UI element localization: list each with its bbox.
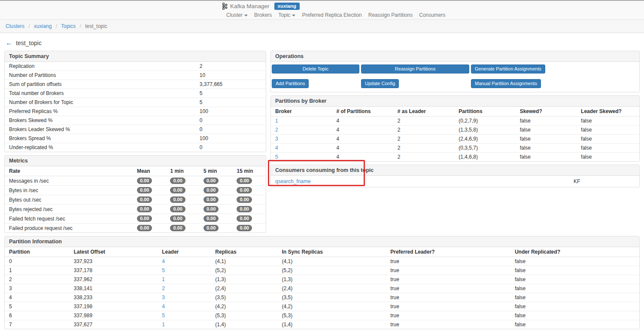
broker-num-partitions: 4 (332, 135, 393, 144)
broker-link[interactable]: 5 (275, 154, 278, 160)
leader-link[interactable]: 5 (162, 267, 165, 273)
broker-partitions: (1,4,6,8) (454, 153, 515, 162)
under-replicated: false (510, 284, 639, 293)
broker-skewed: false (516, 116, 577, 126)
metrics-column-header: 15 min (232, 166, 266, 176)
delete-topic-button[interactable]: Delete Topic (272, 64, 359, 74)
replicas: (5,3) (211, 311, 277, 320)
leader-link[interactable]: 3 (162, 294, 165, 300)
metrics-column-header: Mean (133, 166, 166, 176)
table-row: Number of Brokers for Topic 5 (5, 98, 266, 107)
table-row: qsearch_fname KF (271, 176, 639, 187)
metric-15min-badge: 0.00 (237, 196, 252, 203)
nav-preferred-replica-election[interactable]: Preferred Replica Election (302, 12, 361, 18)
table-row: Failed produce request /sec 0.00 0.00 0.… (5, 224, 266, 233)
in-sync-replicas: (4,1) (278, 257, 386, 266)
reassign-partitions-button[interactable]: Reassign Partitions (361, 64, 469, 74)
breadcrumb-topics[interactable]: Topics (61, 23, 76, 29)
caret-down-icon (244, 15, 248, 16)
metric-1min-badge: 0.00 (170, 206, 185, 212)
broker-num-partitions: 4 (332, 153, 393, 162)
leader-link[interactable]: 5 (162, 313, 165, 319)
in-sync-replicas: (5,3) (278, 311, 386, 320)
metric-label: Bytes in /sec (5, 186, 133, 195)
table-row: 1 337,178 5 (5,2) (5,2) true false (5, 266, 639, 275)
table-row: 5 337,198 4 (4,2) (4,2) true false (5, 302, 639, 311)
broker-skewed: false (516, 126, 577, 135)
broker-leader-skewed: false (577, 153, 639, 162)
table-row: Preferred Replicas % 100 (5, 107, 266, 116)
table-row: 0 337,923 4 (4,1) (4,1) true false (5, 257, 639, 266)
broker-as-leader: 2 (393, 135, 454, 144)
broker-column-header: Leader Skewed? (577, 107, 639, 116)
partition-id: 0 (5, 257, 70, 266)
nav-cluster[interactable]: Cluster (226, 12, 248, 18)
broker-leader-skewed: false (577, 144, 639, 153)
replicas: (4,2) (211, 302, 277, 311)
table-row: 5 4 2 (1,4,6,8) false false (271, 153, 639, 162)
metric-label: Bytes out /sec (5, 195, 133, 205)
leader-link[interactable]: 4 (162, 258, 165, 264)
under-replicated: false (510, 266, 639, 275)
broker-link[interactable]: 1 (275, 118, 278, 124)
summary-label: Brokers Spread % (5, 134, 195, 143)
table-row: Failed fetch request /sec 0.00 0.00 0.00… (5, 214, 266, 224)
consumer-link[interactable]: qsearch_fname (275, 178, 311, 184)
summary-value: 5 (195, 89, 266, 98)
broker-link[interactable]: 2 (275, 127, 278, 133)
partition-column-header: Partition (5, 247, 70, 257)
update-config-button[interactable]: Update Config (361, 79, 399, 88)
partition-id: 5 (5, 302, 70, 311)
metric-mean-badge: 0.00 (137, 215, 152, 222)
breadcrumb-cluster-name[interactable]: xuxiang (34, 23, 52, 29)
latest-offset: 337,627 (70, 320, 158, 329)
breadcrumb: Clusters / xuxiang / Topics / test_topic (0, 20, 644, 33)
preferred-leader: true (386, 293, 510, 302)
broker-column-header: Skewed? (516, 107, 577, 116)
back-arrow-icon[interactable]: ← (6, 40, 12, 46)
leader-link[interactable]: 2 (162, 285, 165, 291)
preferred-leader: true (386, 302, 510, 311)
nav-topic[interactable]: Topic (278, 12, 295, 18)
broker-num-partitions: 4 (332, 126, 393, 135)
partition-column-header: Preferred Leader? (386, 247, 510, 257)
nav-consumers[interactable]: Consumers (419, 12, 445, 18)
leader-link[interactable]: 1 (162, 322, 165, 328)
table-row: 6 337,989 5 (5,3) (5,3) true false (5, 311, 639, 320)
partition-information-table: PartitionLatest OffsetLeaderReplicasIn S… (5, 247, 639, 329)
partitions-by-broker-panel: Partitions by Broker Broker# of Partitio… (270, 95, 640, 162)
add-partitions-button[interactable]: Add Partitions (272, 79, 309, 88)
metric-1min-badge: 0.00 (170, 225, 185, 231)
metrics-column-header: Rate (5, 166, 133, 176)
leader-link[interactable]: 1 (162, 276, 165, 282)
manual-partition-assignments-button[interactable]: Manual Partition Assignments (471, 79, 541, 88)
leader-link[interactable]: 4 (162, 303, 165, 309)
brand[interactable]: Kafka Manager xuxiang (221, 3, 300, 10)
metric-1min-badge: 0.00 (170, 196, 185, 203)
summary-value: 3,377,665 (195, 80, 266, 89)
broker-leader-skewed: false (577, 126, 639, 135)
partition-id: 4 (5, 293, 70, 302)
partitions-by-broker-table: Broker# of Partitions# as LeaderPartitio… (271, 107, 639, 161)
broker-link[interactable]: 4 (275, 145, 278, 151)
generate-partition-assignments-button[interactable]: Generate Partition Assignments (471, 64, 545, 74)
nav-brokers[interactable]: Brokers (254, 12, 272, 18)
breadcrumb-clusters[interactable]: Clusters (6, 23, 24, 29)
broker-skewed: false (516, 153, 577, 162)
broker-partitions: (0,2,7,9) (454, 116, 515, 126)
consumer-type: KF (569, 176, 639, 187)
caret-down-icon (292, 15, 295, 16)
metric-5min-badge: 0.00 (204, 178, 219, 184)
nav-reassign-partitions[interactable]: Reassign Partitions (368, 12, 413, 18)
breadcrumb-separator: / (28, 23, 30, 29)
broker-partitions: (2,4,6,9) (454, 135, 515, 144)
summary-label: Number of Brokers for Topic (5, 98, 195, 107)
navbar: Kafka Manager xuxiang Cluster Brokers To… (0, 1, 644, 20)
replicas: (1,3) (211, 275, 277, 284)
table-row: Bytes rejected /sec 0.00 0.00 0.00 0.00 (5, 205, 266, 214)
latest-offset: 338,141 (70, 284, 158, 293)
broker-column-header: # as Leader (393, 107, 454, 116)
cluster-badge[interactable]: xuxiang (274, 3, 300, 10)
replicas: (3,5) (211, 293, 277, 302)
broker-link[interactable]: 3 (275, 136, 278, 142)
